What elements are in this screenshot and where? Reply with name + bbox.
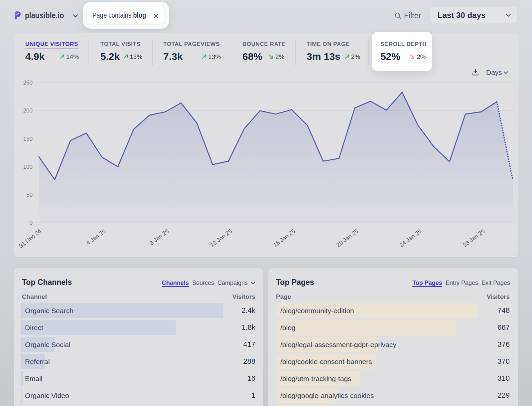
svg-text:31 Dec 24: 31 Dec 24 [18, 228, 43, 249]
svg-text:24 Jan 25: 24 Jan 25 [398, 228, 423, 248]
svg-text:150: 150 [23, 136, 33, 142]
svg-text:0: 0 [30, 220, 33, 226]
svg-text:8 Jan 25: 8 Jan 25 [148, 228, 170, 246]
svg-text:4 Jan 25: 4 Jan 25 [85, 228, 107, 246]
svg-text:28 Jan 25: 28 Jan 25 [462, 228, 486, 248]
svg-text:12 Jan 25: 12 Jan 25 [209, 228, 233, 248]
svg-text:250: 250 [23, 80, 33, 86]
svg-text:100: 100 [23, 164, 33, 170]
svg-text:16 Jan 25: 16 Jan 25 [272, 228, 296, 248]
svg-text:50: 50 [26, 192, 33, 198]
svg-text:200: 200 [23, 107, 33, 114]
svg-text:20 Jan 25: 20 Jan 25 [335, 228, 359, 248]
